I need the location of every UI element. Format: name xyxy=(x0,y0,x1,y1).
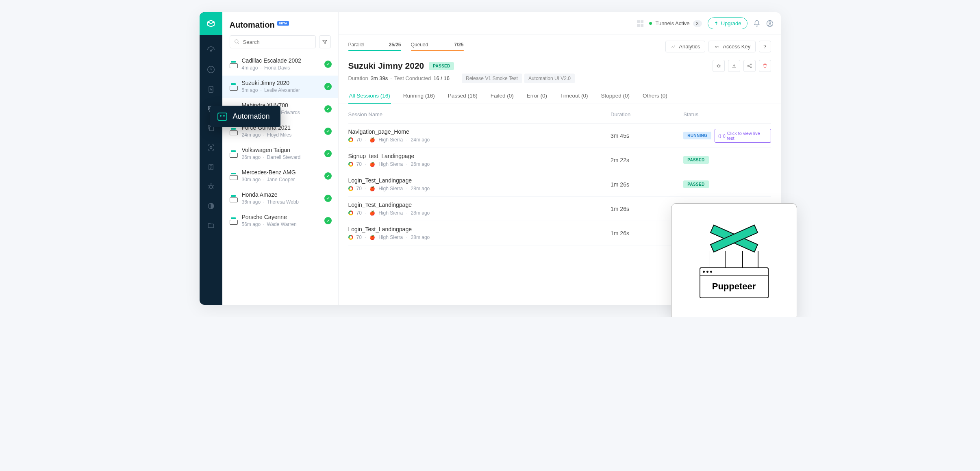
session-status: RUNNING xyxy=(683,132,711,139)
check-icon xyxy=(324,217,332,224)
session-status: PASSED xyxy=(683,180,708,188)
nav-flyout-label: Automation xyxy=(233,112,270,121)
grid-view-icon[interactable] xyxy=(637,20,643,27)
check-icon xyxy=(324,128,332,135)
run-item[interactable]: Porsche Cayenne 56m ago·Wade Warren xyxy=(222,210,338,232)
run-name: Volkswagen Taigun xyxy=(242,147,319,153)
chart-icon xyxy=(671,44,676,49)
robot-icon xyxy=(217,113,227,121)
check-icon xyxy=(324,83,332,90)
col-session-name: Session Name xyxy=(348,111,611,117)
session-name: Login_Test_Landingpage xyxy=(348,177,611,184)
status-dot-icon xyxy=(649,22,652,25)
doc-icon[interactable] xyxy=(206,163,215,171)
table-row[interactable]: Navigation_page_Home 70· 🍎 High Sierra· … xyxy=(348,124,771,148)
search-input[interactable] xyxy=(230,35,316,48)
svg-point-9 xyxy=(209,185,212,189)
help-button[interactable]: ? xyxy=(759,41,771,52)
run-item[interactable]: Volkswagen Taigun 26m ago·Darrell Stewar… xyxy=(222,143,338,165)
check-icon xyxy=(324,150,332,157)
chrome-icon xyxy=(348,211,353,215)
arrow-up-icon xyxy=(714,21,719,26)
tab[interactable]: Timeout (0) xyxy=(559,89,589,104)
run-name: Honda Amaze xyxy=(242,191,319,198)
nav-flyout: Automation xyxy=(210,106,280,127)
share-button[interactable] xyxy=(743,60,756,72)
run-item[interactable]: Suzuki Jimny 2020 5m ago·Leslie Alexande… xyxy=(222,76,338,98)
topbar: Tunnels Active 3 Upgrade xyxy=(339,12,781,35)
svg-point-7 xyxy=(210,147,212,149)
delete-button[interactable] xyxy=(759,60,771,72)
bug-button[interactable] xyxy=(713,60,725,72)
nav-rail xyxy=(200,12,222,305)
table-row[interactable]: Signup_test_Landingpage 70· 🍎 High Sierr… xyxy=(348,148,771,172)
run-name: Suzuki Jimny 2020 xyxy=(242,80,319,86)
trash-icon xyxy=(762,63,768,69)
apple-icon: 🍎 xyxy=(369,235,375,240)
run-item[interactable]: Honda Amaze 36m ago·Theresa Webb xyxy=(222,187,338,210)
chrome-icon xyxy=(348,137,353,142)
svg-point-11 xyxy=(235,40,238,43)
svg-point-14 xyxy=(716,46,717,47)
download-button[interactable] xyxy=(728,60,740,72)
page-title: Automation xyxy=(230,20,275,30)
session-name: Login_Test_Landingpage xyxy=(348,202,611,208)
run-item[interactable]: Cadillac Escalade 2002 4m ago·Fiona Davi… xyxy=(222,53,338,76)
run-item[interactable]: Mercedes-Benz AMG 30m ago·Jane Cooper xyxy=(222,165,338,187)
session-duration: 3m 45s xyxy=(611,132,629,139)
clock-icon[interactable] xyxy=(206,65,215,74)
session-status: PASSED xyxy=(683,156,708,164)
broadcast-icon: ((·)) xyxy=(718,133,726,138)
logo-icon[interactable] xyxy=(200,12,222,35)
tab[interactable]: Stopped (0) xyxy=(600,89,630,104)
conducted-value: 16 / 16 xyxy=(433,75,450,81)
upgrade-button[interactable]: Upgrade xyxy=(708,17,747,29)
share-icon xyxy=(747,63,752,69)
tag-chip[interactable]: Release V1 Smoke Test xyxy=(462,74,522,83)
bell-icon[interactable] xyxy=(753,20,761,27)
access-key-button[interactable]: Access Key xyxy=(708,41,756,52)
filter-button[interactable] xyxy=(319,35,331,48)
search-icon xyxy=(234,39,240,45)
apple-icon: 🍎 xyxy=(369,137,375,143)
tab[interactable]: Running (16) xyxy=(402,89,436,104)
table-row[interactable]: Login_Test_Landingpage 70· 🍎 High Sierra… xyxy=(348,172,771,197)
svg-point-15 xyxy=(717,65,720,67)
tab[interactable]: Failed (0) xyxy=(490,89,515,104)
scan-icon[interactable] xyxy=(206,143,215,152)
user-icon[interactable] xyxy=(766,20,774,27)
tag-chip[interactable]: Automation UI V2.0 xyxy=(524,74,575,83)
check-icon xyxy=(324,195,332,202)
detail-title: Suzuki Jimny 2020 xyxy=(348,61,424,71)
tunnels-count: 3 xyxy=(693,20,702,27)
build-icon xyxy=(230,150,237,158)
session-duration: 1m 26s xyxy=(611,230,629,237)
analytics-button[interactable]: Analytics xyxy=(665,41,705,52)
check-icon xyxy=(324,172,332,180)
run-list: Cadillac Escalade 2002 4m ago·Fiona Davi… xyxy=(222,53,338,305)
apple-icon: 🍎 xyxy=(369,211,375,216)
build-icon xyxy=(230,172,237,180)
session-duration: 1m 26s xyxy=(611,206,629,212)
bug-icon[interactable] xyxy=(206,182,215,191)
tab[interactable]: Error (0) xyxy=(526,89,548,104)
puppeteer-x-icon xyxy=(712,226,756,251)
tab[interactable]: Passed (16) xyxy=(447,89,478,104)
chrome-icon xyxy=(348,186,353,191)
beta-badge: BETA xyxy=(277,21,289,26)
tab[interactable]: Others (0) xyxy=(642,89,668,104)
session-name: Signup_test_Landingpage xyxy=(348,153,611,159)
tunnels-status[interactable]: Tunnels Active 3 xyxy=(649,20,702,27)
tab[interactable]: All Sessions (16) xyxy=(348,89,391,104)
contrast-icon[interactable] xyxy=(206,202,215,211)
folder-icon[interactable] xyxy=(206,221,215,230)
live-test-button[interactable]: ((·))Click to view live test xyxy=(715,129,771,143)
status-badge: PASSED xyxy=(429,62,454,70)
build-icon xyxy=(230,194,237,202)
filter-icon xyxy=(322,39,328,45)
battery-icon[interactable] xyxy=(206,85,215,93)
gauge-icon[interactable] xyxy=(206,46,215,54)
parallel-stat: Parallel25/25 xyxy=(348,42,401,51)
apple-icon: 🍎 xyxy=(369,162,375,167)
key-icon xyxy=(714,45,720,49)
